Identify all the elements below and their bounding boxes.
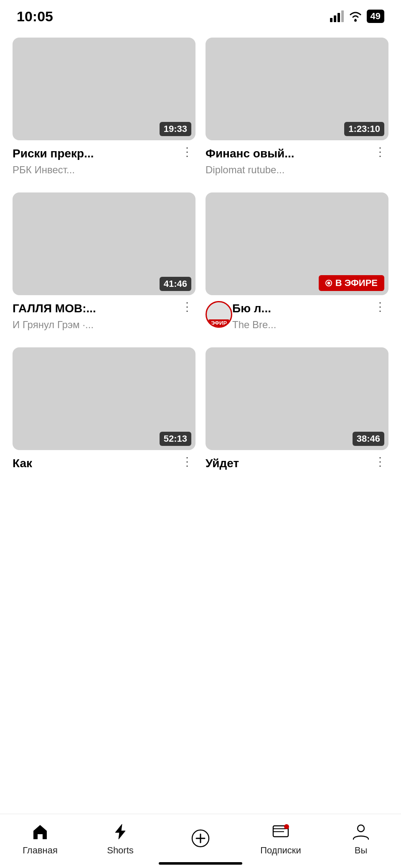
video-card-5: 52:13 Как ⋮ [13,347,195,474]
duration-badge-3: 41:46 [160,277,191,291]
more-button-2[interactable]: ⋮ [372,146,388,158]
video-text-2: Финанс овый... Diplomat rutube... [206,146,372,175]
duration-badge-5: 52:13 [160,432,191,446]
video-text-5: Как [13,456,179,473]
video-text-6: Уйдет [206,456,372,473]
video-info-1: Риски прекр... РБК Инвест... ⋮ [13,146,195,175]
thumbnail-2[interactable]: 1:23:10 [206,38,388,140]
thumbnail-3[interactable]: 41:46 [13,192,195,295]
video-text-3: ГАЛЛЯ МОВ:... И Грянул Грэм ·... [13,301,179,330]
video-channel-3: И Грянул Грэм ·... [13,319,179,331]
avatar-label-4: ЭФИР [208,319,229,326]
thumbnail-6[interactable]: 38:46 [206,347,388,450]
video-grid: 19:33 Риски прекр... РБК Инвест... ⋮ 1:2… [0,29,401,482]
more-button-4[interactable]: ⋮ [372,301,388,313]
you-icon [350,821,372,843]
video-title-6: Уйдет [206,456,372,471]
video-title-3: ГАЛЛЯ МОВ:... [13,301,179,316]
nav-shorts-label: Shorts [107,845,134,856]
video-card-6: 38:46 Уйдет ⋮ [206,347,388,474]
signal-icon [330,10,344,22]
svg-rect-2 [338,13,340,22]
video-title-2: Финанс овый... [206,146,372,161]
status-time: 10:05 [17,8,53,25]
nav-home-label: Главная [23,845,58,856]
duration-badge-1: 19:33 [160,122,191,136]
nav-subs-label: Подписки [260,845,301,856]
video-info-6: Уйдет ⋮ [206,456,388,473]
svg-rect-1 [334,15,336,22]
duration-badge-2: 1:23:10 [344,122,384,136]
you-svg [352,822,370,841]
video-text-1: Риски прекр... РБК Инвест... [13,146,179,175]
svg-point-4 [354,19,357,22]
shorts-svg [111,822,129,841]
shorts-icon [109,821,131,843]
svg-point-11 [284,824,289,829]
thumbnail-4[interactable]: В ЭФИРЕ [206,192,388,295]
video-info-2: Финанс овый... Diplomat rutube... ⋮ [206,146,388,175]
video-card-2: 1:23:10 Финанс овый... Diplomat rutube..… [206,38,388,176]
more-button-5[interactable]: ⋮ [179,456,195,468]
home-indicator [159,862,242,865]
status-bar: 10:05 49 [0,0,401,29]
video-card-4: В ЭФИРЕ ЭФИР Бю л... The Bre... ⋮ [206,192,388,331]
video-info-5: Как ⋮ [13,456,195,473]
video-channel-2: Diplomat rutube... [206,164,372,176]
bottom-nav: Главная Shorts [0,814,401,868]
video-card-3: 41:46 ГАЛЛЯ МОВ:... И Грянул Грэм ·... ⋮ [13,192,195,331]
nav-you-label: Вы [355,845,368,856]
video-info-4: ЭФИР Бю л... The Bre... ⋮ [206,301,388,330]
video-text-4: Бю л... The Bre... [232,301,372,330]
video-channel-4: The Bre... [232,319,372,331]
more-button-3[interactable]: ⋮ [179,301,195,313]
thumbnail-1[interactable]: 19:33 [13,38,195,140]
subscriptions-icon [270,821,292,843]
video-card-1: 19:33 Риски прекр... РБК Инвест... ⋮ [13,38,195,176]
thumbnail-5[interactable]: 52:13 [13,347,195,450]
home-icon [29,821,51,843]
status-icons: 49 [330,10,384,23]
video-channel-1: РБК Инвест... [13,164,179,176]
live-badge-4: В ЭФИРЕ [319,275,384,291]
nav-shorts[interactable]: Shorts [95,821,145,856]
video-title-5: Как [13,456,179,471]
subs-svg [272,822,290,841]
nav-subscriptions[interactable]: Подписки [256,821,306,856]
svg-rect-0 [330,18,332,22]
live-dot-icon [325,280,332,286]
more-button-1[interactable]: ⋮ [179,146,195,158]
add-svg [191,829,210,848]
svg-point-12 [358,825,364,832]
video-info-3: ГАЛЛЯ МОВ:... И Грянул Грэм ·... ⋮ [13,301,195,330]
add-icon [190,828,211,849]
home-svg [31,822,49,841]
more-button-6[interactable]: ⋮ [372,456,388,468]
channel-avatar-4: ЭФИР [206,301,232,328]
video-title-4: Бю л... [232,301,372,316]
wifi-icon [348,10,363,22]
svg-rect-3 [341,10,344,22]
main-content: 10:05 49 19:33 [0,0,401,544]
battery-indicator: 49 [367,10,384,23]
nav-home[interactable]: Главная [15,821,65,856]
nav-you[interactable]: Вы [336,821,386,856]
nav-add[interactable] [175,828,226,849]
duration-badge-6: 38:46 [353,432,384,446]
video-title-1: Риски прекр... [13,146,179,161]
